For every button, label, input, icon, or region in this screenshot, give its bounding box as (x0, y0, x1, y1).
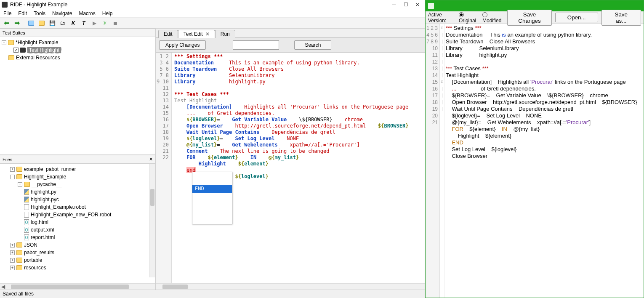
save-as-button[interactable]: Save as... (601, 10, 641, 26)
close-tab-icon[interactable]: ✕ (205, 31, 210, 37)
testcase-selected[interactable]: Test Highlight (27, 47, 61, 53)
forward-icon[interactable]: ➡ (12, 19, 21, 28)
search-button[interactable]: Search (294, 40, 331, 50)
folder-icon (16, 167, 22, 172)
open-button[interactable]: Open... (555, 13, 598, 22)
tab-edit[interactable]: Edit (158, 30, 178, 38)
diff-viewer-window: Active Version: Original Modified Save C… (425, 0, 644, 298)
tree-expander[interactable]: + (18, 182, 22, 187)
file-tree-row[interactable]: highlight.py (3, 188, 153, 196)
tab-text-edit[interactable]: Text Edit✕ (178, 30, 215, 38)
file-name: pabot_results (24, 250, 54, 255)
radio-modified[interactable]: Modified (482, 12, 504, 24)
line-number-gutter: 1 2 3 4 5 6 7 8 9 10 11 12 13 14 15 16 1… (156, 53, 172, 283)
file-tree-row[interactable]: +portable (3, 256, 153, 264)
save-changes-button[interactable]: Save Changes (507, 10, 552, 26)
menu-help[interactable]: Help (102, 11, 113, 16)
folder-icon (16, 174, 22, 179)
diff-fold-gutter[interactable]: ⊟ │ │ │ │ │ │ │ ⊟ │ │ │ │ (440, 24, 445, 298)
keyword-k-icon[interactable]: K (69, 19, 78, 28)
maximize-button[interactable]: ☐ (403, 2, 409, 8)
file-tree-row[interactable]: +pabot_results (3, 249, 153, 256)
file-name: Highlight_Example.robot (31, 204, 86, 210)
menu-navigate[interactable]: Navigate (52, 11, 72, 16)
stop-icon[interactable]: ◼ (111, 19, 120, 28)
file-icon (24, 212, 29, 218)
autocomplete-item[interactable]: END (192, 185, 232, 193)
tree-expander[interactable]: + (10, 243, 15, 247)
menu-macros[interactable]: Macros (79, 11, 95, 16)
save-icon[interactable]: 💾 (48, 19, 57, 28)
suites-panel-header: Test Suites (0, 29, 155, 37)
save-all-icon[interactable]: 🗂 (58, 19, 67, 28)
diff-line-gutter: 1 2 3 4 5 6 7 8 9 10 11 12 13 14 15 16 1… (426, 24, 440, 298)
debug-icon[interactable]: ✳ (100, 19, 109, 28)
diff-code-content[interactable]: *** Settings *** Documentation This is a… (445, 24, 644, 298)
file-tree-row[interactable]: +example_pabot_runner (3, 165, 153, 173)
search-input[interactable] (233, 40, 279, 50)
close-button[interactable]: ✕ (415, 2, 420, 8)
back-icon[interactable]: ⬅ (2, 19, 11, 28)
file-name: Highlight_Example (24, 174, 66, 180)
file-name: report.html (31, 234, 55, 240)
file-tree-row[interactable]: report.html (3, 234, 153, 241)
suites-tree[interactable]: -*Highlight Example ✓Test Highlight Exte… (0, 37, 155, 154)
minimize-button[interactable]: ─ (391, 2, 397, 8)
menu-file[interactable]: File (3, 11, 11, 16)
code-content[interactable]: *** Settings *** Documentation This is a… (172, 53, 425, 283)
radio-original[interactable]: Original (459, 12, 479, 24)
tree-expander[interactable]: + (10, 167, 15, 172)
tree-expander[interactable]: - (10, 175, 15, 179)
files-tree[interactable]: +example_pabot_runner-Highlight_Example+… (0, 164, 155, 283)
folder-icon (16, 265, 22, 270)
tree-expander[interactable]: + (10, 250, 15, 255)
menu-tools[interactable]: Tools (34, 11, 45, 16)
keyword-t-icon[interactable]: T (79, 19, 88, 28)
diff-app-icon (428, 3, 434, 9)
autocomplete-popup[interactable]: END (192, 172, 232, 224)
folder-icon (24, 182, 30, 187)
files-panel: Files ✕ +example_pabot_runner-Highlight_… (0, 155, 155, 290)
file-tree-row[interactable]: log.html (3, 218, 153, 226)
file-tree-row[interactable]: +JSON (3, 241, 153, 249)
external-resources[interactable]: External Resources (16, 55, 60, 61)
tree-expander[interactable]: + (10, 266, 15, 270)
file-tree-row[interactable]: +resources (3, 264, 153, 271)
diff-code-editor[interactable]: 1 2 3 4 5 6 7 8 9 10 11 12 13 14 15 16 1… (426, 24, 644, 298)
suite-root[interactable]: *Highlight Example (16, 40, 58, 45)
titlebar: RIDE - Highlight Example ─ ☐ ✕ (0, 0, 425, 9)
ride-main-window: RIDE - Highlight Example ─ ☐ ✕ File Edit… (0, 0, 425, 298)
editor-horizontal-scrollbar[interactable] (156, 283, 425, 290)
code-editor[interactable]: 1 2 3 4 5 6 7 8 9 10 11 12 13 14 15 16 1… (156, 53, 425, 283)
open-icon[interactable] (27, 19, 36, 28)
file-name: __pycache__ (32, 181, 61, 187)
file-tree-row[interactable]: +__pycache__ (3, 181, 153, 188)
run-icon[interactable]: ▶ (90, 19, 99, 28)
file-tree-row[interactable]: output.xml (3, 226, 153, 234)
status-text: Saved all files (3, 291, 34, 297)
menu-edit[interactable]: Edit (18, 11, 27, 16)
tab-run[interactable]: Run (215, 30, 235, 38)
tree-expander[interactable]: - (2, 40, 6, 45)
left-sidebar: Test Suites -*Highlight Example ✓Test Hi… (0, 29, 156, 290)
files-panel-title: Files (3, 157, 12, 162)
editor-subbar: Apply Changes Search (156, 38, 425, 53)
html-file-icon (24, 227, 29, 233)
folder-icon (16, 258, 22, 263)
testcase-checkbox[interactable]: ✓ (13, 48, 19, 53)
html-file-icon (24, 219, 29, 225)
editor-area: Edit Text Edit✕ Run Apply Changes Search… (156, 29, 425, 290)
file-tree-row[interactable]: Highlight_Example_new_FOR.robot (3, 211, 153, 218)
new-folder-icon[interactable] (37, 19, 46, 28)
files-horizontal-scrollbar[interactable]: ◀ (0, 283, 155, 290)
python-file-icon (24, 197, 29, 202)
suites-panel-title: Test Suites (3, 30, 25, 35)
files-vertical-scrollbar[interactable] (149, 164, 155, 277)
file-tree-row[interactable]: highlight.pyc (3, 196, 153, 203)
apply-changes-button[interactable]: Apply Changes (159, 40, 206, 50)
html-file-icon (24, 234, 29, 240)
tree-expander[interactable]: + (10, 258, 15, 263)
file-tree-row[interactable]: -Highlight_Example (3, 173, 153, 181)
files-panel-close-icon[interactable]: ✕ (149, 157, 153, 162)
file-tree-row[interactable]: Highlight_Example.robot (3, 203, 153, 211)
